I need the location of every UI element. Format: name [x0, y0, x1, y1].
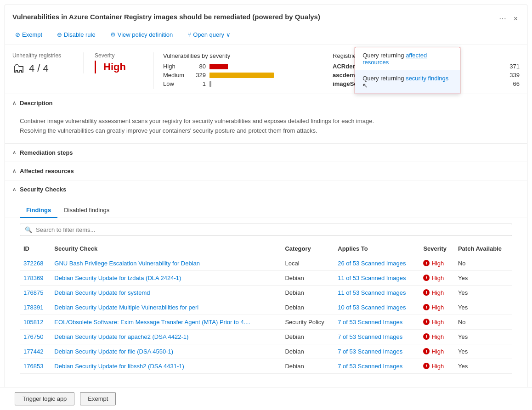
- medium-label: Medium: [163, 72, 188, 79]
- reg-count-2: 339: [509, 72, 520, 79]
- panel-header: Vulnerabilities in Azure Container Regis…: [5, 5, 527, 25]
- view-policy-label: View policy definition: [118, 31, 173, 38]
- cell-check[interactable]: Debian Security Update for apache2 (DSA …: [51, 329, 281, 344]
- cursor-icon: ↖: [362, 82, 368, 89]
- cell-check[interactable]: Debian Security Update for systemd: [51, 285, 281, 300]
- exempt-button[interactable]: ⊘ Exempt: [12, 29, 45, 40]
- cell-patch: Yes: [454, 285, 512, 300]
- view-policy-button[interactable]: ⚙ View policy definition: [108, 29, 175, 40]
- cell-severity: !High: [419, 285, 454, 300]
- reg-count-3: 66: [513, 80, 520, 87]
- query-security-label: Query returning security findings: [362, 75, 448, 82]
- cell-patch: Yes: [454, 270, 512, 285]
- findings-table: ID Security Check Category Applies To Se…: [20, 242, 512, 374]
- unhealthy-stat: Unhealthy registries 🗂 4 / 4: [12, 52, 79, 76]
- security-tabs: Findings Disabled findings: [5, 198, 527, 218]
- cell-category: Security Policy: [281, 315, 334, 329]
- description-header[interactable]: ∧ Description: [5, 94, 527, 112]
- affected-title: Affected resources: [20, 168, 74, 174]
- description-title: Description: [20, 100, 53, 107]
- cell-id[interactable]: 372268: [20, 256, 51, 270]
- col-security-check: Security Check: [51, 242, 281, 256]
- cell-check[interactable]: GNU Bash Privilege Escalation Vulnerabil…: [51, 256, 281, 270]
- vuln-row-low: Low 1: [163, 80, 319, 87]
- search-input[interactable]: [36, 226, 507, 233]
- cell-id[interactable]: 176750: [20, 329, 51, 344]
- cell-patch: No: [454, 315, 512, 329]
- cell-id[interactable]: 177442: [20, 344, 51, 359]
- cell-check[interactable]: Debian Security Update for file (DSA 455…: [51, 344, 281, 359]
- cell-applies[interactable]: 10 of 53 Scanned Images: [334, 300, 419, 315]
- col-category: Category: [281, 242, 334, 256]
- cell-check[interactable]: Debian Security Update Multiple Vulnerab…: [51, 300, 281, 315]
- cell-id[interactable]: 178391: [20, 300, 51, 315]
- cell-severity: !High: [419, 256, 454, 270]
- toolbar: ⊘ Exempt ⊖ Disable rule ⚙ View policy de…: [5, 25, 527, 45]
- vuln-row-medium: Medium 329: [163, 72, 319, 79]
- cell-category: Debian: [281, 300, 334, 315]
- cell-severity: !High: [419, 315, 454, 329]
- table-row: 176875 Debian Security Update for system…: [20, 285, 512, 300]
- cell-id[interactable]: 105812: [20, 315, 51, 329]
- open-query-button[interactable]: ⑂ Open query ∨: [185, 29, 233, 40]
- cell-id[interactable]: 178369: [20, 270, 51, 285]
- panel-title: Vulnerabilities in Azure Container Regis…: [12, 12, 497, 22]
- bottom-bar: Trigger logic app Exempt: [0, 387, 532, 410]
- cell-patch: No: [454, 256, 512, 270]
- cell-category: Debian: [281, 344, 334, 359]
- cell-applies[interactable]: 11 of 53 Scanned Images: [334, 270, 419, 285]
- security-checks-section: ∧ Security Checks Findings Disabled find…: [5, 180, 527, 374]
- cell-category: Debian: [281, 285, 334, 300]
- severity-bar: [95, 61, 96, 73]
- medium-count: 329: [192, 72, 206, 79]
- cell-id[interactable]: 176853: [20, 359, 51, 373]
- cell-severity: !High: [419, 329, 454, 344]
- severity-stat: Severity High: [83, 52, 144, 73]
- security-checks-chevron: ∧: [12, 186, 16, 192]
- affected-header[interactable]: ∧ Affected resources: [5, 162, 527, 180]
- query-affected-resources[interactable]: Query returning affected resources: [355, 47, 460, 70]
- affected-chevron: ∧: [12, 168, 16, 174]
- remediation-header[interactable]: ∧ Remediation steps: [5, 144, 527, 162]
- main-panel: Vulnerabilities in Azure Container Regis…: [5, 5, 527, 397]
- disable-icon: ⊖: [57, 31, 62, 38]
- table-row: 105812 EOL/Obsolete Software: Exim Messa…: [20, 315, 512, 329]
- cell-check[interactable]: Debian Security Update for tzdata (DLA 2…: [51, 270, 281, 285]
- cell-check[interactable]: Debian Security Update for libssh2 (DSA …: [51, 359, 281, 373]
- medium-bar: [209, 73, 274, 78]
- high-count: 80: [192, 63, 206, 70]
- remediation-section: ∧ Remediation steps: [5, 143, 527, 162]
- more-options-button[interactable]: ⋯: [497, 12, 508, 25]
- exempt-bottom-button[interactable]: Exempt: [80, 392, 116, 405]
- close-button[interactable]: ×: [512, 13, 520, 25]
- high-bar: [209, 64, 228, 69]
- cell-applies[interactable]: 7 of 53 Scanned Images: [334, 359, 419, 373]
- cell-check[interactable]: EOL/Obsolete Software: Exim Message Tran…: [51, 315, 281, 329]
- cell-applies[interactable]: 7 of 53 Scanned Images: [334, 315, 419, 329]
- low-count: 1: [192, 80, 206, 87]
- remediation-title: Remediation steps: [20, 149, 73, 156]
- tab-findings[interactable]: Findings: [20, 203, 57, 218]
- cell-category: Debian: [281, 329, 334, 344]
- cell-applies[interactable]: 7 of 53 Scanned Images: [334, 344, 419, 359]
- cell-applies[interactable]: 7 of 53 Scanned Images: [334, 329, 419, 344]
- disable-rule-button[interactable]: ⊖ Disable rule: [54, 29, 98, 40]
- table-row: 178391 Debian Security Update Multiple V…: [20, 300, 512, 315]
- unhealthy-count: 4 / 4: [29, 62, 49, 74]
- cell-applies[interactable]: 26 of 53 Scanned Images: [334, 256, 419, 270]
- cell-patch: Yes: [454, 329, 512, 344]
- search-bar[interactable]: 🔍: [20, 224, 512, 236]
- exempt-label: Exempt: [22, 31, 42, 38]
- cell-patch: Yes: [454, 300, 512, 315]
- cell-applies[interactable]: 11 of 53 Scanned Images: [334, 285, 419, 300]
- vulnerabilities-section: Vulnerabilities by severity High 80 Medi…: [153, 52, 319, 89]
- chevron-down-icon: ∨: [226, 31, 231, 38]
- cell-id[interactable]: 176875: [20, 285, 51, 300]
- low-label: Low: [163, 80, 188, 87]
- search-icon: 🔍: [25, 226, 32, 233]
- cell-severity: !High: [419, 359, 454, 373]
- query-security-findings[interactable]: Query returning security findings ↖: [355, 70, 460, 94]
- trigger-logic-app-button[interactable]: Trigger logic app: [15, 392, 74, 405]
- security-checks-header[interactable]: ∧ Security Checks: [5, 180, 527, 198]
- tab-disabled-findings[interactable]: Disabled findings: [57, 203, 116, 218]
